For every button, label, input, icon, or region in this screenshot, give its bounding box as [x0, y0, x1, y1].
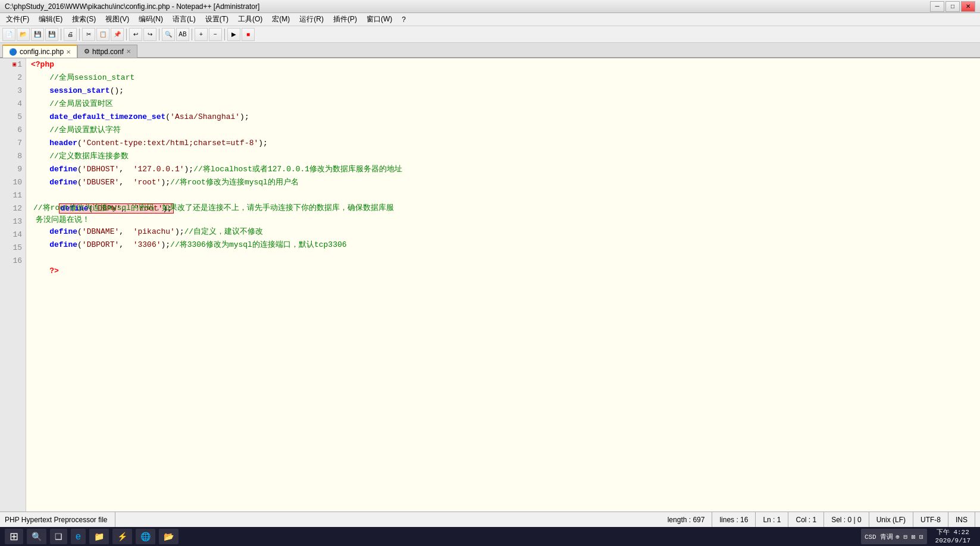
menu-help[interactable]: ? — [398, 14, 409, 25]
menu-file[interactable]: 文件(F) — [2, 13, 33, 26]
tab-close-config[interactable]: ✕ — [66, 49, 71, 55]
code-line-7: header('Content-type:text/html;charset=u… — [31, 137, 980, 150]
line-num-12: 12 — [0, 202, 26, 215]
toolbar-save-all[interactable]: 💾 — [45, 28, 58, 41]
status-encoding-text: UTF-8 — [920, 516, 941, 524]
system-tray: CSD 青调 ⊕ ⊟ ⊠ ⊡ — [861, 529, 927, 544]
toolbar-zoom-in[interactable]: + — [195, 28, 208, 41]
status-sel: Sel : 0 | 0 — [824, 512, 869, 527]
menu-search[interactable]: 搜索(S) — [68, 13, 99, 26]
code-line-3: session_start(); — [31, 84, 980, 98]
toolbar-open[interactable]: 📂 — [17, 28, 30, 41]
menu-run[interactable]: 运行(R) — [296, 13, 327, 26]
code-content[interactable]: <?php //全局session_start session_start();… — [26, 58, 980, 512]
code-line-1: <?php — [31, 58, 980, 71]
menu-tools[interactable]: 工具(O) — [234, 13, 266, 26]
menu-settings[interactable]: 设置(T) — [202, 13, 232, 26]
search-button[interactable]: 🔍 — [27, 529, 46, 544]
status-col: Col : 1 — [788, 512, 824, 527]
status-length: length : 697 — [660, 512, 713, 527]
menu-language[interactable]: 语言(L) — [169, 13, 199, 26]
code-line-14 — [31, 252, 980, 265]
line-num-14: 14 — [0, 228, 26, 241]
toolbar-undo[interactable]: ↩ — [129, 28, 142, 41]
tab-config-inc-php[interactable]: 🔵 config.inc.php ✕ — [2, 45, 77, 58]
code-line-12: define('DBNAME', 'pikachu');//自定义，建议不修改 — [31, 225, 980, 239]
menu-edit[interactable]: 编辑(E) — [35, 13, 66, 26]
toolbar-paste[interactable]: 📌 — [111, 28, 124, 41]
collapse-icon-1[interactable]: ▣ — [12, 58, 16, 71]
title-bar: C:\phpStudy_2016\WWW\pikachu\inc\config.… — [0, 0, 980, 13]
toolbar-redo[interactable]: ↪ — [143, 28, 156, 41]
status-mode: INS — [948, 512, 975, 527]
close-button[interactable]: ✕ — [961, 1, 975, 12]
maximize-button[interactable]: □ — [945, 1, 960, 12]
menu-encoding[interactable]: 编码(N) — [135, 13, 167, 26]
line-num-2: 2 — [0, 71, 26, 84]
menu-bar: 文件(F) 编辑(E) 搜索(S) 视图(V) 编码(N) 语言(L) 设置(T… — [0, 13, 980, 26]
menu-window[interactable]: 窗口(W) — [363, 13, 396, 26]
toolbar-replace[interactable]: AB — [176, 28, 189, 41]
status-length-text: length : 697 — [668, 516, 705, 524]
line-num-7: 7 — [0, 137, 26, 150]
status-mode-text: INS — [956, 516, 968, 524]
toolbar-sep6 — [224, 29, 225, 40]
task-view-button[interactable]: ❑ — [50, 529, 67, 544]
status-ln-text: Ln : 1 — [763, 516, 781, 524]
window-controls: ─ □ ✕ — [930, 1, 975, 12]
line-num-13: 13 — [0, 215, 26, 228]
sys-tray-text: CSD 青调 — [865, 532, 893, 541]
status-bar: PHP Hypertext Preprocessor file length :… — [0, 512, 980, 527]
code-line-11: define('DBPW', 'root'); — [31, 189, 980, 202]
code-line-16 — [31, 278, 980, 291]
window-title: C:\phpStudy_2016\WWW\pikachu\inc\config.… — [5, 2, 259, 11]
app-ie[interactable]: e — [71, 529, 86, 544]
toolbar-sep1 — [61, 29, 61, 40]
line-num-8: 8 — [0, 150, 26, 163]
tab-close-httpd[interactable]: ✕ — [126, 48, 131, 55]
code-line-10: define('DBUSER', 'root');//将root修改为连接mys… — [31, 176, 980, 189]
code-line-5: date_default_timezone_set('Asia/Shanghai… — [31, 111, 980, 124]
clock-display[interactable]: 下午 4:22 2020/9/17 — [931, 528, 975, 545]
menu-view[interactable]: 视图(V) — [102, 13, 133, 26]
toolbar-new[interactable]: 📄 — [2, 28, 15, 41]
menu-plugins[interactable]: 插件(P) — [330, 13, 361, 26]
conf-file-icon: ⚙ — [84, 48, 90, 55]
status-eol: Unix (LF) — [869, 512, 913, 527]
toolbar-copy[interactable]: 📋 — [96, 28, 109, 41]
app-lightning[interactable]: ⚡ — [112, 529, 132, 544]
toolbar-run[interactable]: ▶ — [227, 28, 240, 41]
app-file-explorer[interactable]: 📁 — [89, 529, 109, 544]
tab-label-config: config.inc.php — [20, 48, 64, 56]
toolbar-find[interactable]: 🔍 — [162, 28, 175, 41]
tab-bar: 🔵 config.inc.php ✕ ⚙ httpd.conf ✕ — [0, 43, 980, 58]
toolbar: 📄 📂 💾 💾 🖨 ✂ 📋 📌 ↩ ↪ 🔍 AB + − ▶ ■ — [0, 26, 980, 43]
tab-httpd-conf[interactable]: ⚙ httpd.conf ✕ — [77, 45, 137, 58]
toolbar-print[interactable]: 🖨 — [64, 28, 77, 41]
code-editor[interactable]: ▣1 2 3 4 5 6 7 8 9 10 11 12 13 14 15 16 … — [0, 58, 980, 512]
toolbar-save[interactable]: 💾 — [31, 28, 44, 41]
toolbar-zoom-out[interactable]: − — [209, 28, 222, 41]
sys-tray-icons: ⊕ ⊟ ⊠ ⊡ — [896, 533, 923, 541]
app-edge[interactable]: 🌐 — [136, 529, 155, 544]
clock-date: 2020/9/17 — [935, 536, 970, 545]
status-lines-text: lines : 16 — [719, 516, 748, 524]
code-line-13: define('DBPORT', '3306');//将3306修改为mysql… — [31, 239, 980, 252]
start-button[interactable]: ⊞ — [5, 529, 23, 544]
toolbar-stop[interactable]: ■ — [242, 28, 255, 41]
line-num-3: 3 — [0, 84, 26, 98]
code-line-4: //全局居设置时区 — [31, 98, 980, 111]
menu-macro[interactable]: 宏(M) — [268, 13, 293, 26]
minimize-button[interactable]: ─ — [930, 1, 944, 12]
toolbar-cut[interactable]: ✂ — [82, 28, 95, 41]
line-num-11: 11 — [0, 189, 26, 202]
line-num-6: 6 — [0, 124, 26, 137]
toolbar-sep2 — [79, 29, 80, 40]
line-num-10: 10 — [0, 176, 26, 189]
tab-label-httpd: httpd.conf — [92, 48, 124, 56]
app-folder2[interactable]: 📂 — [159, 529, 179, 544]
toolbar-sep5 — [192, 29, 192, 40]
line-num-5: 5 — [0, 111, 26, 124]
code-line-15: ?> — [31, 265, 980, 278]
status-sel-text: Sel : 0 | 0 — [831, 516, 861, 524]
